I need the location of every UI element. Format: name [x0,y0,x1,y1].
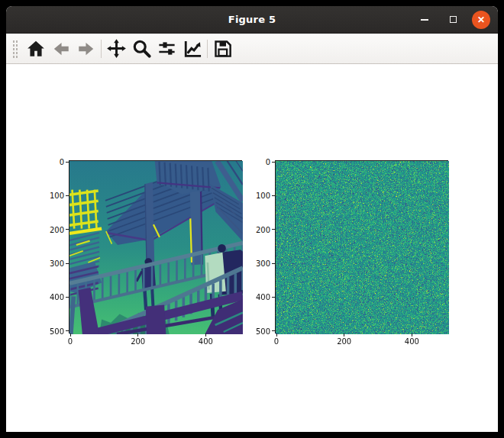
x-tick-label: 0 [68,337,73,346]
close-icon: ✕ [477,15,485,24]
y-tick-mark [66,263,69,264]
titlebar[interactable]: Figure 5 ✕ [6,6,498,34]
forward-button[interactable] [73,37,99,61]
window-title: Figure 5 [228,14,276,25]
sliders-icon [157,38,177,59]
pan-button[interactable] [104,37,129,61]
y-tick-label: 300 [44,259,64,268]
y-tick-mark [66,162,69,163]
x-tick-mark [70,333,71,337]
y-tick-label: 400 [44,293,64,301]
noise-image[interactable] [276,161,449,334]
maximize-button[interactable] [444,11,462,29]
y-tick-label: 100 [250,192,270,200]
x-tick-label: 200 [337,337,351,346]
minimize-icon [421,19,428,21]
x-tick-label: 400 [405,337,419,346]
toolbar-separator [101,40,102,58]
line-chart-icon [182,38,203,60]
toolbar-grip[interactable] [12,40,18,58]
y-tick-mark [272,297,275,298]
x-tick-mark [412,333,412,337]
x-tick-label: 200 [131,337,145,346]
x-tick-label: 0 [274,337,279,346]
maximize-icon [450,16,457,23]
x-tick-mark [276,333,277,337]
figure-canvas-area[interactable]: 02004000100200300400500 0200400010020030… [6,64,498,431]
window-controls: ✕ [415,6,490,33]
home-button[interactable] [23,37,48,61]
pan-icon [106,38,127,59]
edit-axes-button[interactable] [179,37,205,61]
axes-left[interactable]: 02004000100200300400500 [69,160,242,333]
y-tick-mark [66,195,69,196]
toolbar [6,34,498,64]
x-tick-label: 400 [199,337,213,346]
y-tick-label: 200 [44,225,64,233]
zoom-icon [131,38,152,59]
zoom-button[interactable] [129,37,154,61]
stairs-image[interactable] [69,161,243,334]
y-tick-mark [66,330,69,331]
figure-window: Figure 5 ✕ [6,6,498,432]
configure-subplots-button[interactable] [154,37,179,61]
toolbar-separator [207,40,208,58]
y-tick-label: 300 [250,259,270,268]
y-tick-label: 0 [44,158,64,166]
y-tick-label: 500 [250,327,270,335]
save-icon [212,38,233,59]
save-button[interactable] [210,37,235,61]
forward-arrow-icon [76,39,96,59]
y-tick-mark [272,162,275,163]
y-tick-label: 500 [44,327,64,335]
y-tick-mark [272,330,275,331]
back-arrow-icon [51,39,71,59]
x-tick-mark [344,333,344,337]
back-button[interactable] [48,37,73,61]
y-tick-mark [66,297,69,298]
axes-right[interactable]: 02004000100200300400500 [275,160,448,333]
home-icon [26,39,46,59]
y-tick-mark [66,229,69,230]
y-tick-label: 0 [250,158,270,166]
x-tick-mark [137,333,138,337]
x-tick-mark [205,333,206,337]
close-button[interactable]: ✕ [472,11,490,29]
y-tick-mark [272,229,275,230]
y-tick-mark [272,263,275,264]
y-tick-label: 200 [250,225,270,233]
y-tick-label: 400 [250,293,270,301]
minimize-button[interactable] [415,11,434,29]
y-tick-label: 100 [44,192,64,200]
y-tick-mark [272,195,275,196]
